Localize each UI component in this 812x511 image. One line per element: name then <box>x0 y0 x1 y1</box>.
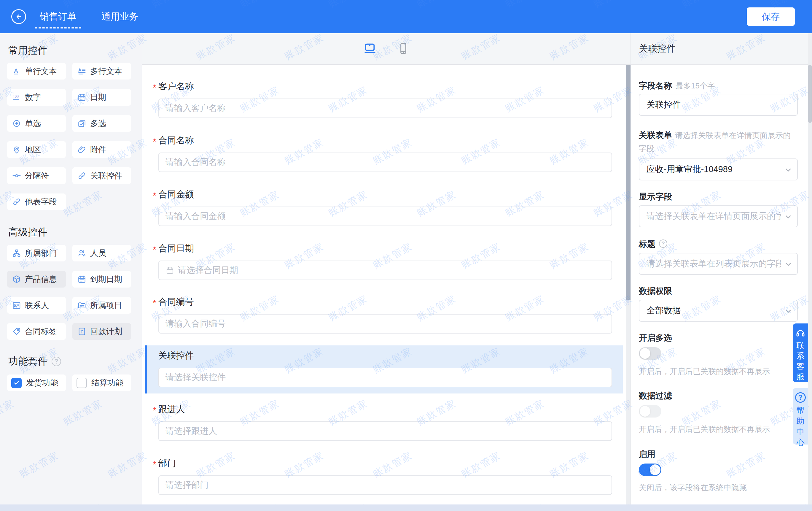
display-field-select[interactable]: 请选择关联表单在详情页面展示的字 <box>639 205 798 227</box>
widget-item-label: 所属项目 <box>90 300 122 311</box>
number-icon: 123 <box>12 93 21 102</box>
checkbox-checked-icon[interactable] <box>11 378 22 388</box>
widget-item[interactable]: 关联控件 <box>72 167 131 184</box>
required-asterisk: * <box>153 190 156 200</box>
data-filter-toggle[interactable] <box>639 405 661 418</box>
form-field-input[interactable]: 请输入合同名称 <box>158 153 612 172</box>
product-icon <box>12 275 21 284</box>
form-field-label: *合同编号 <box>153 296 626 308</box>
field-label-text: 部门 <box>158 457 176 469</box>
form-field: *跟进人请选择跟进人 <box>142 403 626 441</box>
back-button[interactable] <box>11 9 26 24</box>
mobile-preview-icon[interactable] <box>397 42 409 55</box>
tab-general-business[interactable]: 通用业务 <box>100 0 140 33</box>
suite-help-icon[interactable]: ? <box>52 357 61 366</box>
widget-item[interactable]: 所属项目 <box>72 297 131 314</box>
widget-item-label: 合同标签 <box>25 326 57 337</box>
field-placeholder: 请输入合同编号 <box>166 318 226 330</box>
help-center-button[interactable]: ? 帮助中心 <box>793 388 808 445</box>
title-help-icon[interactable]: ? <box>659 240 667 248</box>
advanced-widgets-grid: 所属部门人员产品信息到期日期联系人所属项目合同标签回款计划 <box>7 245 131 340</box>
field-label-text: 合同名称 <box>158 134 194 146</box>
chevron-down-icon <box>784 307 792 316</box>
widget-item[interactable]: 附件 <box>72 141 131 158</box>
form-field-input[interactable]: 请选择合同日期 <box>158 261 612 280</box>
suite-label: 发货功能 <box>26 377 58 388</box>
widget-item[interactable]: 分隔符 <box>7 167 66 184</box>
form-field-input[interactable]: 请输入客户名称 <box>158 99 612 118</box>
form-field: *合同金额请输入合同金额 <box>142 188 626 226</box>
widget-item-label: 到期日期 <box>90 274 122 285</box>
related-form-select[interactable]: 应收-用章审批-104989 <box>639 158 798 181</box>
widget-item[interactable]: 到期日期 <box>72 271 131 288</box>
field-label-text: 关联控件 <box>158 350 194 362</box>
separator-icon <box>12 171 21 180</box>
department-icon <box>12 249 21 258</box>
region-icon <box>12 145 21 154</box>
calendar-icon <box>166 266 174 275</box>
related-form-label: 关联表单请选择关联表单在详情页面展示的字段 <box>639 129 797 155</box>
device-toggle-bar <box>142 33 631 65</box>
title-field-label: 标题 ? <box>639 239 797 249</box>
tab-label: 通用业务 <box>102 10 138 23</box>
widget-item[interactable]: 单行文本 <box>7 63 66 80</box>
desktop-preview-icon[interactable] <box>363 43 377 55</box>
section-title-suite: 功能套件 ? <box>8 355 61 368</box>
widget-item[interactable]: 产品信息 <box>7 271 66 288</box>
arrow-left-icon <box>14 12 23 21</box>
widget-item[interactable]: 单选 <box>7 115 66 132</box>
widget-item-label: 多行文本 <box>90 66 122 77</box>
multi-text-icon <box>78 67 86 76</box>
suite-item[interactable]: 结算功能 <box>72 375 131 391</box>
enable-toggle[interactable] <box>639 463 661 476</box>
widget-sidebar: 常用控件 单行文本多行文本123数字日期单选多选地区附件分隔符关联控件他表字段 … <box>0 33 142 511</box>
widget-item[interactable]: 所属部门 <box>7 245 66 262</box>
data-filter-label: 数据过滤 <box>639 390 797 401</box>
window-scrollbar-thumb[interactable] <box>808 65 812 123</box>
chevron-down-icon <box>784 260 792 269</box>
tab-sales-order[interactable]: 销售订单 <box>38 0 78 33</box>
properties-panel: 关联控件 字段名称 最多15个字 关联控件 关联表单请选择关联表单在详情页面展示… <box>631 33 812 511</box>
canvas-scrollbar-thumb[interactable] <box>626 65 631 300</box>
panel-body: 字段名称 最多15个字 关联控件 关联表单请选择关联表单在详情页面展示的字段 应… <box>631 65 812 511</box>
panel-title: 关联控件 <box>631 33 812 65</box>
widget-item[interactable]: 联系人 <box>7 297 66 314</box>
form-field-input[interactable]: 请选择部门 <box>158 475 612 495</box>
widget-item-label: 联系人 <box>25 300 49 311</box>
widget-item[interactable]: 人员 <box>72 245 131 262</box>
required-asterisk: * <box>153 136 156 146</box>
required-asterisk: * <box>153 298 156 308</box>
field-name-label: 字段名称 最多15个字 <box>639 80 797 90</box>
form-field-input[interactable]: 请输入合同金额 <box>158 207 612 226</box>
widget-item[interactable]: 合同标签 <box>7 323 66 340</box>
widget-item[interactable]: 回款计划 <box>72 323 131 340</box>
widget-item[interactable]: 123数字 <box>7 89 66 106</box>
required-asterisk: * <box>153 405 156 415</box>
widget-item-label: 单行文本 <box>25 66 57 77</box>
title-field-select[interactable]: 请选择关联表单在列表页展示的字段 <box>639 253 798 275</box>
widget-item-label: 多选 <box>90 118 106 129</box>
form-field-input[interactable]: 请选择关联控件 <box>158 368 612 387</box>
contact-support-button[interactable]: 联系客服 <box>793 323 808 382</box>
widget-item[interactable]: 他表字段 <box>7 193 66 210</box>
form-field-label: *关联控件 <box>153 349 626 362</box>
checkbox-icon[interactable] <box>77 378 87 388</box>
widget-item[interactable]: 地区 <box>7 141 66 158</box>
chevron-down-icon <box>784 166 792 174</box>
enable-label: 启用 <box>639 449 797 459</box>
date-icon <box>78 93 86 102</box>
required-asterisk: * <box>153 459 156 469</box>
form-field-input[interactable]: 请输入合同编号 <box>158 314 612 333</box>
form-field: *合同日期请选择合同日期 <box>142 242 626 280</box>
suite-item[interactable]: 发货功能 <box>7 375 66 391</box>
data-permission-select[interactable]: 全部数据 <box>639 300 798 322</box>
save-button[interactable]: 保存 <box>747 7 795 26</box>
widget-item[interactable]: 多选 <box>72 115 131 132</box>
multi-select-toggle[interactable] <box>639 347 661 360</box>
form-field-input[interactable]: 请选择跟进人 <box>158 421 612 441</box>
svg-text:123: 123 <box>13 95 19 99</box>
widget-item[interactable]: 日期 <box>72 89 131 106</box>
field-name-input[interactable]: 关联控件 <box>639 94 798 116</box>
display-field-label: 显示字段 <box>639 191 797 201</box>
widget-item[interactable]: 多行文本 <box>72 63 131 80</box>
